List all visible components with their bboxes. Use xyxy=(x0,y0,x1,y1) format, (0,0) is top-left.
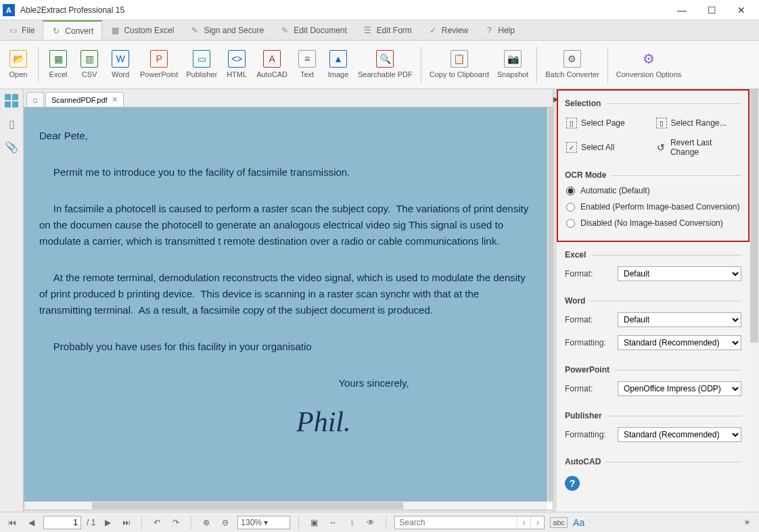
fit-height-button[interactable]: ↕ xyxy=(345,516,359,529)
theme-toggle-button[interactable]: ☀ xyxy=(740,516,754,529)
excel-icon: ▦ xyxy=(49,50,67,68)
menu-custom-excel[interactable]: ▦Custom Excel xyxy=(102,20,182,40)
powerpoint-format-label: Format: xyxy=(565,384,612,393)
ocr-heading: OCR Mode xyxy=(565,168,741,183)
ribbon-open[interactable]: 📂Open xyxy=(3,47,34,81)
last-page-button[interactable]: ⏭ xyxy=(120,516,133,529)
ocr-enabled-radio[interactable]: Enabled (Perform Image-based Conversion) xyxy=(565,199,741,215)
ribbon-word[interactable]: WWord xyxy=(105,47,136,81)
prev-page-button[interactable]: ◀ xyxy=(24,516,38,529)
document-viewport[interactable]: Dear Pete, Permit me to introduce you to… xyxy=(24,107,556,510)
doc-greeting: Dear Pete, xyxy=(39,128,532,144)
powerpoint-heading: PowerPoint xyxy=(565,362,741,377)
revert-button[interactable]: ↺Revert Last Change xyxy=(656,138,741,157)
ribbon-text[interactable]: ≡Text xyxy=(292,47,323,81)
zoom-select[interactable]: 130%▾ xyxy=(237,516,290,529)
ribbon-publisher[interactable]: ▭Publisher xyxy=(182,47,221,81)
word-format-select[interactable]: Default xyxy=(618,312,741,327)
select-page-button[interactable]: ▯Select Page xyxy=(566,118,651,128)
close-button[interactable]: ✕ xyxy=(727,1,756,20)
page-number-input[interactable] xyxy=(43,516,81,529)
search-input[interactable] xyxy=(395,518,517,527)
home-tab[interactable]: ⌂ xyxy=(26,92,44,107)
ribbon-batch-converter[interactable]: ⚙Batch Converter xyxy=(541,47,603,81)
search-box[interactable]: ‹ › xyxy=(394,516,545,529)
document-tab-label: ScannedPDF.pdf xyxy=(51,96,108,104)
ribbon-image[interactable]: ▲Image xyxy=(323,47,354,81)
ribbon-csv[interactable]: ▥CSV xyxy=(74,47,105,81)
app-icon: A xyxy=(3,4,15,16)
attachments-button[interactable]: 📎 xyxy=(4,139,19,154)
select-range-icon: ▯ xyxy=(656,118,667,128)
publisher-formatting-label: Formatting: xyxy=(565,430,612,439)
publisher-icon: ▭ xyxy=(193,50,210,68)
menu-edit-form[interactable]: ☰Edit Form xyxy=(355,20,420,40)
ribbon-autocad[interactable]: AAutoCAD xyxy=(252,47,292,81)
menu-review[interactable]: ✓Review xyxy=(420,20,476,40)
excel-format-select[interactable]: Default xyxy=(618,266,741,281)
panel-scrollbar[interactable] xyxy=(750,89,759,512)
searchable-pdf-icon: 🔍 xyxy=(376,50,394,68)
doc-p1: Permit me to introduce you to the facili… xyxy=(39,164,532,180)
close-tab-icon[interactable]: ✕ xyxy=(112,95,118,104)
review-icon: ✓ xyxy=(428,26,438,35)
next-page-button[interactable]: ▶ xyxy=(101,516,114,529)
excel-format-label: Format: xyxy=(565,269,612,279)
menu-convert[interactable]: ↻Convert xyxy=(43,20,102,40)
folder-icon: 📂 xyxy=(9,50,27,68)
csv-icon: ▥ xyxy=(80,50,98,68)
first-page-button[interactable]: ⏮ xyxy=(5,516,19,529)
ribbon-snapshot[interactable]: 📷Snapshot xyxy=(493,47,532,81)
help-badge[interactable]: ? xyxy=(565,476,580,491)
thumbnails-button[interactable] xyxy=(4,93,19,108)
ocr-disabled-radio[interactable]: Disabled (No Image-based Conversion) xyxy=(565,215,741,231)
ribbon-copy-clipboard[interactable]: 📋Copy to Clipboard xyxy=(426,47,493,81)
help-icon: ? xyxy=(484,26,494,35)
clipboard-icon: 📋 xyxy=(451,50,468,68)
select-all-icon: ✓ xyxy=(566,142,577,153)
select-range-button[interactable]: ▯Select Range... xyxy=(656,118,741,128)
whole-word-toggle[interactable]: abc xyxy=(550,517,568,528)
search-prev-button[interactable]: ‹ xyxy=(517,516,530,529)
menu-sign-secure[interactable]: ✎Sign and Secure xyxy=(182,20,272,40)
doc-closing: Yours sincerely, xyxy=(39,375,532,391)
text-icon: ≡ xyxy=(298,50,316,68)
select-page-icon: ▯ xyxy=(566,118,577,128)
word-formatting-select[interactable]: Standard (Recommended) xyxy=(618,335,741,350)
horizontal-scrollbar[interactable] xyxy=(24,502,547,510)
bookmark-button[interactable]: ▯ xyxy=(4,116,19,131)
menubar: ▭File ↻Convert ▦Custom Excel ✎Sign and S… xyxy=(0,20,759,41)
select-all-button[interactable]: ✓Select All xyxy=(566,138,651,157)
zoom-in-button[interactable]: ⊕ xyxy=(200,516,213,529)
view-toggle-button[interactable]: 👁 xyxy=(364,516,377,529)
right-panel: ▶ Selection ▯Select Page ▯Select Range..… xyxy=(556,89,759,512)
case-toggle[interactable]: Aa xyxy=(573,517,584,528)
ocr-auto-radio[interactable]: Automatic (Default) xyxy=(565,183,741,199)
ribbon-powerpoint[interactable]: PPowerPoint xyxy=(136,47,182,81)
minimize-button[interactable]: — xyxy=(667,1,697,20)
doc-signature: Phil. xyxy=(39,400,532,445)
grid-icon: ▦ xyxy=(110,26,120,35)
menu-file[interactable]: ▭File xyxy=(0,20,43,40)
menu-help[interactable]: ?Help xyxy=(476,20,523,40)
zoom-out-button[interactable]: ⊖ xyxy=(218,516,232,529)
maximize-button[interactable]: ☐ xyxy=(697,1,727,20)
fit-width-button[interactable]: ↔ xyxy=(326,516,340,529)
doc-p2: In facsimile a photocell is caused to pe… xyxy=(39,201,532,249)
powerpoint-format-select[interactable]: OpenOffice Impress (ODP) xyxy=(618,381,741,396)
document-tab[interactable]: ScannedPDF.pdf ✕ xyxy=(45,92,124,107)
rotate-right-button[interactable]: ↷ xyxy=(169,516,183,529)
rotate-left-button[interactable]: ↶ xyxy=(150,516,164,529)
ribbon-excel[interactable]: ▦Excel xyxy=(43,47,74,81)
html-icon: <> xyxy=(228,50,246,68)
word-icon: W xyxy=(112,50,129,68)
edit-doc-icon: ✎ xyxy=(280,26,290,35)
ribbon-conversion-options[interactable]: ⚙Conversion Options xyxy=(612,47,686,81)
fit-page-button[interactable]: ▣ xyxy=(307,516,321,529)
menu-edit-document[interactable]: ✎Edit Document xyxy=(272,20,355,40)
publisher-formatting-select[interactable]: Standard (Recommended) xyxy=(618,427,741,442)
page-total: / 1 xyxy=(87,518,95,527)
search-next-button[interactable]: › xyxy=(530,516,544,529)
ribbon-html[interactable]: <>HTML xyxy=(221,47,252,81)
ribbon-searchable-pdf[interactable]: 🔍Searchable PDF xyxy=(354,47,417,81)
